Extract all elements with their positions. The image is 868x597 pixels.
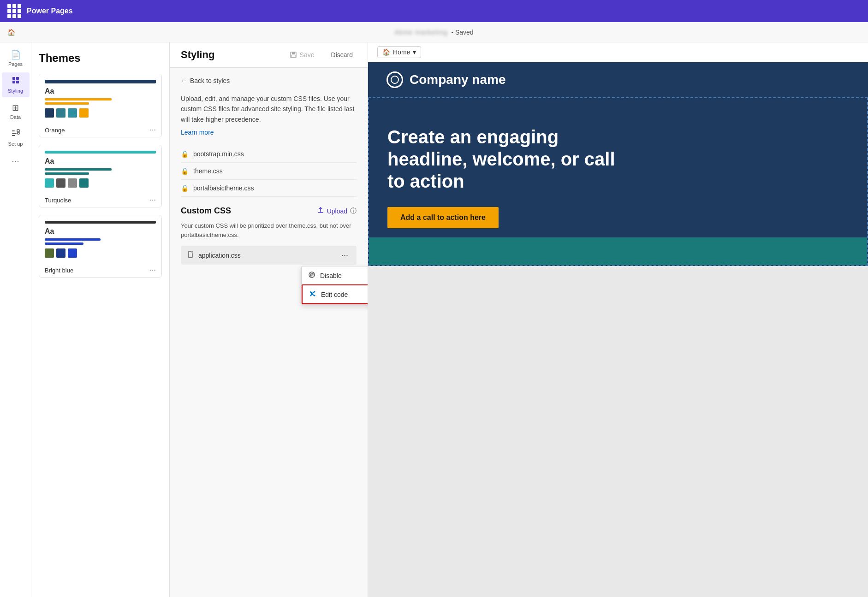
site-logo xyxy=(386,71,403,88)
theme-card-orange[interactable]: Aa Orange ··· xyxy=(39,74,162,137)
disable-menu-item[interactable]: Disable xyxy=(302,266,368,284)
svg-rect-1 xyxy=(16,77,19,80)
svg-rect-7 xyxy=(17,130,19,132)
app-css-more-button[interactable]: ··· xyxy=(339,250,350,260)
svg-rect-2 xyxy=(12,81,15,83)
preview-home-icon: 🏠 xyxy=(382,48,390,56)
edit-code-label: Edit code xyxy=(321,291,348,298)
lock-icon: 🔒 xyxy=(181,167,189,175)
app-title: Power Pages xyxy=(27,7,73,15)
description-text: Upload, edit, and manage your custom CSS… xyxy=(181,94,357,124)
lock-icon: 🔒 xyxy=(181,150,189,158)
lock-icon: 🔒 xyxy=(181,184,189,192)
save-button[interactable]: Save xyxy=(286,49,318,60)
portalbasic-file-name: portalbasictheme.css xyxy=(193,184,254,192)
info-icon: ⓘ xyxy=(350,207,357,215)
save-icon xyxy=(290,51,297,59)
theme-name-bright-blue: Bright blue xyxy=(45,267,73,274)
swatch xyxy=(68,248,77,258)
css-file-bootstrap: 🔒 bootstrap.min.css xyxy=(181,146,357,163)
setup-label: Set up xyxy=(8,141,23,147)
svg-rect-4 xyxy=(12,130,15,131)
sidebar-item-data[interactable]: ⊞ Data xyxy=(2,99,30,124)
styling-icon xyxy=(12,76,20,87)
theme-more-turquoise[interactable]: ··· xyxy=(150,196,156,204)
swatch xyxy=(68,108,77,118)
file-icon xyxy=(187,251,195,260)
styling-title: Styling xyxy=(181,49,214,61)
site-hero: Create an engaging headline, welcome, or… xyxy=(368,97,868,266)
styling-panel: Styling Save Discard ← Back to styl xyxy=(170,42,368,597)
app-grid-icon[interactable] xyxy=(7,4,21,18)
upload-icon xyxy=(317,207,324,215)
theme-card-bright-blue[interactable]: Aa Bright blue ··· xyxy=(39,215,162,278)
company-name: Company name xyxy=(410,72,506,87)
theme-aa-label: Aa xyxy=(45,87,156,95)
swatch xyxy=(45,178,54,188)
themes-title: Themes xyxy=(39,52,162,65)
preview-nav: 🏠 Home ▾ xyxy=(368,42,868,62)
left-nav: 📄 Pages Styling ⊞ Data xyxy=(0,42,31,597)
edit-code-menu-item[interactable]: Edit code xyxy=(302,284,368,304)
preview-nav-home[interactable]: 🏠 Home ▾ xyxy=(377,46,421,58)
status-text: Akme marketing - Saved xyxy=(394,29,473,36)
custom-css-title: Custom CSS xyxy=(181,206,231,216)
upload-label: Upload xyxy=(327,207,347,215)
svg-rect-3 xyxy=(16,81,19,83)
home-icon: 🏠 xyxy=(7,29,15,36)
svg-rect-8 xyxy=(18,132,19,134)
theme-name-turquoise: Turquoise xyxy=(45,197,71,204)
disable-icon xyxy=(308,271,315,280)
theme-name-orange: Orange xyxy=(45,127,65,134)
styling-header: Styling Save Discard xyxy=(170,42,368,68)
theme-aa-label: Aa xyxy=(45,157,156,166)
css-file-theme: 🔒 theme.css xyxy=(181,163,357,180)
theme-file-name: theme.css xyxy=(193,167,223,175)
home-nav[interactable]: 🏠 xyxy=(7,29,15,36)
css-file-portalbasic: 🔒 portalbasictheme.css xyxy=(181,180,357,197)
custom-css-description: Your custom CSS will be prioritized over… xyxy=(181,221,357,239)
save-label: Save xyxy=(300,51,315,59)
cta-button[interactable]: Add a call to action here xyxy=(387,207,499,228)
svg-rect-11 xyxy=(291,55,295,57)
theme-aa-label: Aa xyxy=(45,227,156,236)
preview-content: Company name Create an engaging headline… xyxy=(368,62,868,597)
learn-more-link[interactable]: Learn more xyxy=(181,129,214,136)
pages-label: Pages xyxy=(8,61,23,67)
saved-status: - Saved xyxy=(451,29,473,36)
site-header: Company name xyxy=(368,62,868,97)
sidebar-item-pages[interactable]: 📄 Pages xyxy=(2,46,30,71)
swatch xyxy=(56,178,65,188)
site-name-blurred: Akme marketing xyxy=(394,29,447,36)
theme-more-bright-blue[interactable]: ··· xyxy=(150,266,156,274)
preview-area: 🏠 Home ▾ Company name Create an engaging… xyxy=(368,42,868,597)
sidebar-item-styling[interactable]: Styling xyxy=(2,72,30,97)
upload-button[interactable]: Upload ⓘ xyxy=(317,207,357,215)
styling-content: ← Back to styles Upload, edit, and manag… xyxy=(170,68,368,597)
footer-stripe xyxy=(369,237,867,265)
svg-rect-6 xyxy=(12,135,15,136)
swatch xyxy=(56,248,65,258)
sidebar-item-setup[interactable]: Set up xyxy=(2,125,30,150)
data-label: Data xyxy=(10,114,21,120)
swatch xyxy=(68,178,77,188)
theme-more-orange[interactable]: ··· xyxy=(150,126,156,134)
preview-dropdown-icon: ▾ xyxy=(413,48,416,56)
preview-home-label: Home xyxy=(393,48,410,56)
swatch xyxy=(45,248,54,258)
back-to-styles-link[interactable]: ← Back to styles xyxy=(181,77,357,84)
theme-card-turquoise[interactable]: Aa Turquoise ··· xyxy=(39,145,162,207)
swatch xyxy=(56,108,65,118)
svg-rect-5 xyxy=(12,133,17,134)
vscode-icon xyxy=(309,290,316,299)
context-menu: Disable Edit code xyxy=(301,266,368,305)
data-icon: ⊞ xyxy=(12,103,19,113)
hero-headline: Create an engaging headline, welcome, or… xyxy=(387,126,618,192)
discard-button[interactable]: Discard xyxy=(327,49,357,60)
main-layout: 📄 Pages Styling ⊞ Data xyxy=(0,42,868,597)
css-file-list: 🔒 bootstrap.min.css 🔒 theme.css 🔒 portal… xyxy=(181,146,357,197)
themes-panel: Themes Aa Orange ··· xyxy=(31,42,170,597)
sub-header: 🏠 Akme marketing - Saved xyxy=(0,22,868,42)
application-css-row: application.css ··· Disable xyxy=(181,246,357,265)
more-nav-button[interactable]: ··· xyxy=(12,156,19,166)
